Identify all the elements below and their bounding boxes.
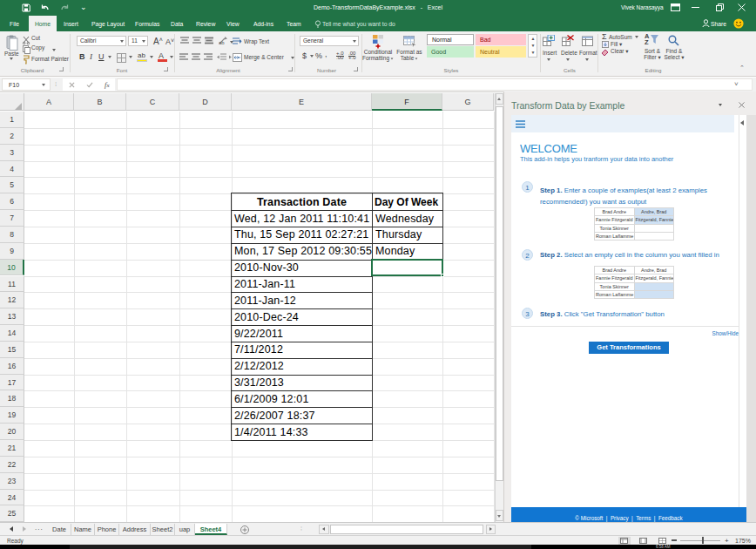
svg-text:ab: ab xyxy=(219,40,225,45)
